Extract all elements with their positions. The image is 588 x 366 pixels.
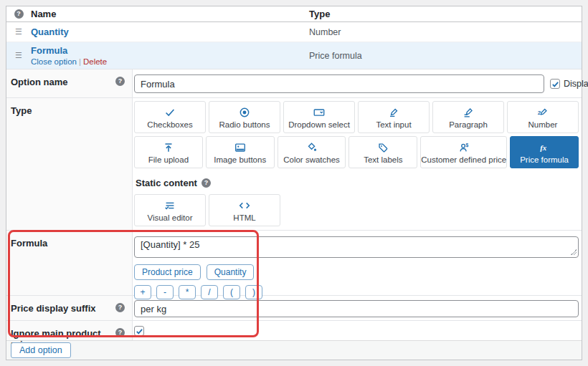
type-tile-radio-buttons[interactable]: Radio buttons [209,101,280,133]
code-brackets-icon [238,198,251,212]
option-name-input[interactable] [134,74,544,93]
option-link-quantity[interactable]: Quantity [31,27,69,37]
image-icon [234,140,247,154]
type-tile-html[interactable]: HTML [209,194,280,226]
option-link-formula[interactable]: Formula [31,45,67,56]
tag-icon [376,140,389,154]
type-tile-number[interactable]: 2 Number [507,101,579,133]
type-picker-row: Type Checkboxes Radio buttons [6,97,582,230]
option-type-value: Price formula [309,51,582,61]
type-tile-checkboxes[interactable]: Checkboxes [134,101,206,133]
option-type-value: Number [309,27,582,37]
type-tiles-row1: Checkboxes Radio buttons Dropdown select [134,101,579,133]
svg-text:fx: fx [540,143,547,151]
text-input-pencil-icon [387,105,400,119]
delete-option-link[interactable]: Delete [83,57,107,66]
type-tiles-row2: File upload Image buttons Color swatches [134,136,579,168]
price-display-suffix-row: Price display suffix ? [6,295,582,320]
type-tile-text-labels[interactable]: Text labels [348,136,417,168]
table-header: ? Name Type [6,6,582,22]
type-tile-file-upload[interactable]: File upload [134,136,203,168]
table-row: ☰ Quantity Number [6,22,582,42]
insert-product-price-button[interactable]: Product price [134,264,201,280]
svg-text:2: 2 [538,110,541,116]
column-header-name: Name [31,9,309,19]
checkmark-icon [163,105,176,119]
resize-grip-icon[interactable] [571,249,577,255]
type-tile-text-input[interactable]: Text input [358,101,430,133]
type-tiles-row3: Visual editor HTML [134,194,579,226]
add-option-button[interactable]: Add option [11,342,71,358]
insert-quantity-button[interactable]: Quantity [207,264,255,280]
drag-handle-icon[interactable]: ☰ [15,52,22,59]
help-icon[interactable]: ? [14,9,24,19]
help-icon[interactable]: ? [115,303,125,312]
formula-label: Formula [11,238,47,249]
help-icon[interactable]: ? [115,77,125,86]
table-row: ☰ Formula Close option|Delete Price form… [6,42,582,69]
static-content-label: Static content [136,178,197,188]
ignore-main-product-price-row: Ignore main product price ? [6,320,582,340]
display-checkbox[interactable] [550,79,560,89]
type-tile-image-buttons[interactable]: Image buttons [206,136,275,168]
type-tile-color-swatches[interactable]: Color swatches [278,136,346,168]
type-tile-price-formula-selected[interactable]: fx Price formula [510,136,579,168]
options-panel: ? Name Type ☰ Quantity Number ☰ Formula … [6,6,582,360]
type-label: Type [11,105,32,116]
formula-row: Formula [Quantity] * 25 Product price Qu… [6,230,582,295]
price-display-suffix-label: Price display suffix [11,303,96,314]
option-name-row: Option name ? Display [6,69,582,97]
paragraph-pencil-icon [462,105,475,119]
dropdown-icon [313,105,326,119]
type-tile-dropdown-select[interactable]: Dropdown select [283,101,355,133]
visual-editor-icon [163,198,176,212]
radio-icon [238,105,251,119]
number-pencil-icon: 2 [536,105,549,119]
action-separator: | [79,57,81,66]
upload-icon [162,140,175,154]
formula-textarea[interactable]: [Quantity] * 25 [134,236,579,258]
price-display-suffix-input[interactable] [134,300,579,317]
svg-text:$: $ [465,142,468,148]
person-dollar-icon: $ [457,140,470,154]
help-icon[interactable]: ? [201,178,211,188]
type-tile-paragraph[interactable]: Paragraph [432,101,504,133]
type-tile-visual-editor[interactable]: Visual editor [134,194,206,226]
close-option-link[interactable]: Close option [31,57,77,66]
help-icon[interactable]: ? [115,328,125,337]
display-checkbox-label: Display [564,79,588,89]
ignore-main-product-price-checkbox[interactable] [134,326,144,336]
product-options-editor: { "colors": { "accent_blue": "#2271b1", … [0,0,588,366]
fx-icon: fx [538,140,551,154]
type-tile-customer-defined-price[interactable]: $ Customer defined price [420,136,507,168]
column-header-type: Type [309,9,582,19]
drag-handle-icon[interactable]: ☰ [15,28,22,36]
color-swatch-icon [305,140,318,154]
option-name-label: Option name [11,77,67,87]
